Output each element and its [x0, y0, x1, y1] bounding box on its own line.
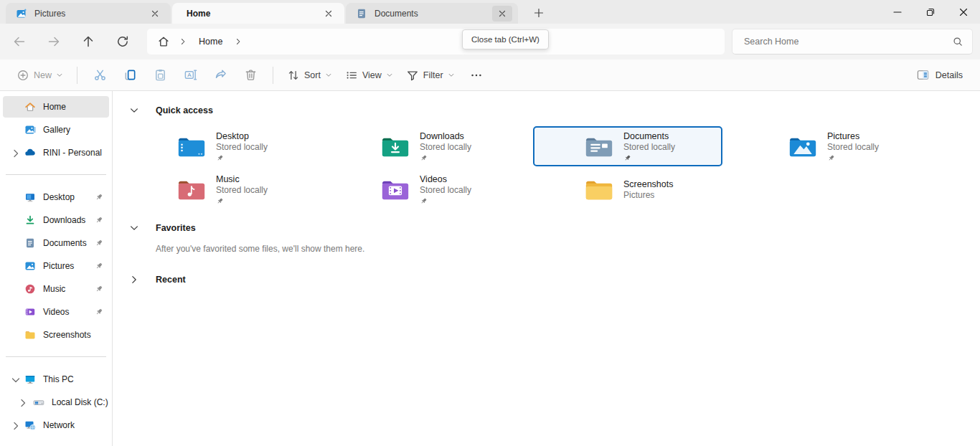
view-icon — [345, 69, 358, 82]
sidebar-item-onedrive[interactable]: RINI - Personal — [3, 142, 109, 163]
sidebar-item-label: Pictures — [43, 261, 74, 271]
sidebar-item-music[interactable]: Music — [3, 278, 109, 300]
close-tab-icon[interactable] — [319, 6, 339, 22]
sort-icon — [287, 69, 300, 82]
tile-documents[interactable]: Documents Stored locally — [533, 126, 722, 166]
delete-button[interactable] — [235, 62, 265, 88]
screenshots-folder-icon — [585, 178, 613, 201]
pin-icon[interactable] — [95, 285, 103, 293]
copy-button[interactable] — [115, 62, 145, 88]
plus-icon — [534, 8, 544, 18]
restore-button[interactable] — [914, 0, 947, 24]
tab-label: Documents — [374, 9, 492, 19]
sidebar-item-screenshots[interactable]: Screenshots — [3, 324, 109, 346]
chevron-right-icon[interactable] — [17, 397, 29, 409]
tile-subtitle: Stored locally — [827, 142, 879, 153]
favorites-header[interactable]: Favorites — [126, 218, 980, 238]
up-button[interactable] — [75, 29, 101, 54]
sort-button[interactable]: Sort — [281, 62, 339, 88]
back-button[interactable] — [6, 29, 32, 54]
sidebar-item-label: Screenshots — [43, 330, 91, 340]
downloads-icon — [24, 214, 36, 226]
view-button[interactable]: View — [339, 62, 400, 88]
pin-icon[interactable] — [95, 239, 103, 247]
tile-subtitle: Stored locally — [623, 142, 675, 153]
chevron-right-icon[interactable] — [10, 420, 22, 432]
tile-music[interactable]: Music Stored locally — [126, 169, 315, 209]
close-tab-icon[interactable] — [145, 6, 165, 22]
view-label: View — [362, 70, 382, 80]
chevron-right-icon[interactable] — [10, 148, 22, 159]
minimize-button[interactable] — [881, 0, 914, 24]
chevron-right-icon[interactable] — [129, 275, 139, 285]
sidebar-item-videos[interactable]: Videos — [3, 301, 109, 323]
tile-name: Pictures — [827, 131, 879, 142]
search-input[interactable] — [744, 37, 952, 47]
pin-icon[interactable] — [95, 308, 103, 316]
breadcrumb[interactable]: Home — [147, 29, 725, 54]
sidebar-item-documents[interactable]: Documents — [3, 232, 109, 254]
downloads-folder-icon — [381, 135, 410, 158]
details-pane-button[interactable]: Details — [910, 62, 969, 88]
chevron-down-icon[interactable] — [129, 223, 139, 233]
pin-icon[interactable] — [95, 193, 103, 201]
search-icon[interactable] — [952, 36, 963, 47]
local-disk-icon — [33, 397, 44, 408]
tile-videos[interactable]: Videos Stored locally — [329, 169, 519, 209]
command-bar: New A Sort View Filter Details — [0, 60, 980, 91]
sidebar-item-gallery[interactable]: Gallery — [3, 119, 109, 141]
quick-access-header[interactable]: Quick access — [126, 100, 980, 120]
videos-folder-icon — [381, 178, 410, 201]
minimize-icon — [892, 6, 903, 18]
sidebar-item-this-pc[interactable]: This PC — [3, 369, 109, 390]
pin-icon — [420, 197, 428, 205]
refresh-icon — [116, 34, 130, 49]
paste-button[interactable] — [145, 62, 175, 88]
documents-icon — [24, 237, 36, 249]
tab-documents[interactable]: Documents — [346, 3, 518, 24]
refresh-button[interactable] — [110, 29, 136, 54]
gallery-icon — [24, 124, 36, 136]
chevron-right-icon — [179, 37, 187, 46]
home-view: Quick access Desktop Stored locally — [113, 91, 980, 446]
chevron-down-icon[interactable] — [129, 105, 139, 115]
desktop-folder-icon — [177, 135, 206, 158]
tab-pictures[interactable]: Pictures — [6, 3, 171, 24]
svg-text:A: A — [187, 72, 192, 78]
close-window-button[interactable] — [947, 0, 980, 24]
videos-icon — [24, 306, 36, 318]
rename-button[interactable]: A — [175, 62, 205, 88]
sidebar-item-downloads[interactable]: Downloads — [3, 209, 109, 231]
tile-screenshots[interactable]: Screenshots Pictures — [533, 169, 722, 209]
sidebar-item-home[interactable]: Home — [3, 96, 109, 118]
pin-icon — [216, 197, 224, 205]
recent-header[interactable]: Recent — [126, 270, 980, 290]
tile-pictures[interactable]: Pictures Stored locally — [737, 126, 926, 166]
filter-button[interactable]: Filter — [400, 62, 461, 88]
pin-icon — [420, 154, 428, 162]
cut-button[interactable] — [85, 62, 115, 88]
share-button[interactable] — [205, 62, 235, 88]
sidebar-item-network[interactable]: Network — [3, 414, 109, 436]
sidebar-item-pictures[interactable]: Pictures — [3, 255, 109, 277]
sidebar-item-local-disk-c[interactable]: Local Disk (C:) — [3, 392, 109, 413]
chevron-down-icon — [325, 72, 332, 79]
more-options-button[interactable] — [461, 62, 491, 88]
tile-downloads[interactable]: Downloads Stored locally — [329, 126, 519, 166]
pin-icon[interactable] — [95, 216, 103, 224]
chevron-down-icon[interactable] — [10, 374, 22, 386]
tab-home[interactable]: Home — [172, 3, 344, 24]
add-tab-button[interactable] — [529, 4, 548, 22]
tile-name: Desktop — [216, 131, 268, 142]
close-icon — [958, 6, 969, 18]
forward-button[interactable] — [41, 29, 67, 54]
close-tab-icon[interactable] — [492, 6, 512, 22]
chevron-down-icon — [386, 72, 393, 79]
home-icon — [157, 35, 170, 48]
new-button[interactable]: New — [10, 62, 70, 88]
breadcrumb-location[interactable]: Home — [196, 37, 225, 47]
pin-icon[interactable] — [95, 262, 103, 270]
trash-icon — [244, 68, 258, 82]
tile-desktop[interactable]: Desktop Stored locally — [126, 126, 315, 166]
sidebar-item-desktop[interactable]: Desktop — [3, 186, 109, 208]
